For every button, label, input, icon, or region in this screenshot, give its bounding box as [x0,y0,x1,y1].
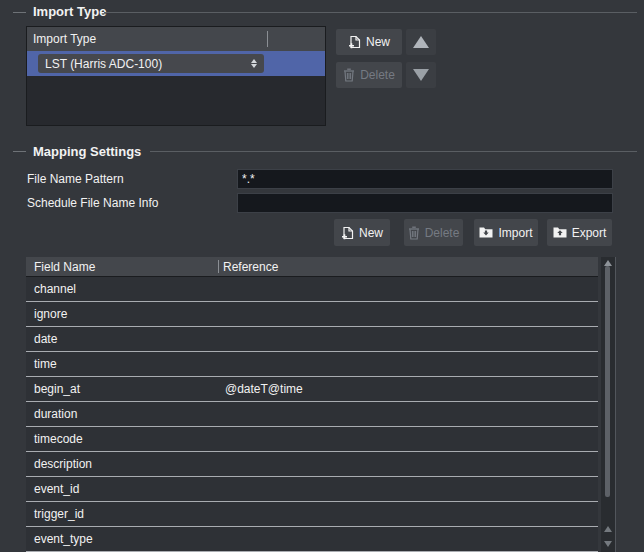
trash-icon [343,68,355,82]
groupbox-line [104,12,637,13]
schedule-file-name-info-input[interactable] [237,193,613,213]
file-name-pattern-label: File Name Pattern [27,169,124,189]
trash-icon [408,226,420,240]
groupbox-dash [13,12,26,13]
move-up-button[interactable] [406,29,436,55]
import-type-delete-button[interactable]: Delete [336,62,402,88]
updown-spinner-icon [251,59,257,68]
scrollbar-up-icon[interactable] [604,526,612,532]
groupbox-line [150,151,637,152]
field-name-cell: date [26,332,57,346]
folder-upload-icon [553,226,567,239]
import-type-selected-row[interactable]: LST (Harris ADC-100) [27,51,325,76]
import-button-label: Import [498,226,532,240]
field-name-cell: ignore [26,307,67,321]
field-table-header[interactable]: Field Name Reference [26,257,598,277]
field-name-cell: timecode [26,432,83,446]
field-name-cell: trigger_id [26,507,84,521]
field-table-row[interactable]: ignore [26,302,598,327]
delete-button-label: Delete [360,68,395,82]
field-name-cell: channel [26,282,76,296]
groupbox-dash [13,151,26,152]
field-table-body: channel ignore date time begin_at @dateT… [26,277,598,552]
field-name-cell: event_type [26,532,93,546]
import-type-column-header[interactable]: Import Type [27,27,325,51]
reference-column-header: Reference [223,260,278,274]
field-table-row[interactable]: trigger_id [26,502,598,527]
field-name-column-header: Field Name [26,260,95,274]
mapping-new-button[interactable]: New [334,219,390,246]
file-name-pattern-input[interactable] [237,169,613,189]
column-divider [267,31,268,47]
mapping-import-button[interactable]: Import [474,219,538,246]
field-name-cell: begin_at [26,382,80,396]
scrollbar-down-icon[interactable] [604,541,612,547]
field-name-cell: event_id [26,482,79,496]
import-type-list: Import Type LST (Harris ADC-100) [26,26,326,126]
mapping-settings-group-title: Mapping Settings [33,144,141,159]
import-type-combobox-value: LST (Harris ADC-100) [45,57,251,71]
import-type-combobox[interactable]: LST (Harris ADC-100) [38,54,264,73]
up-triangle-icon [413,36,429,48]
mapping-delete-button[interactable]: Delete [404,219,463,246]
folder-download-icon [479,226,493,239]
field-table-row[interactable]: begin_at @dateT@time [26,377,598,402]
move-down-button[interactable] [406,62,436,88]
mapping-export-button[interactable]: Export [547,219,612,246]
schedule-file-name-info-label: Schedule File Name Info [27,193,158,213]
field-name-cell: description [26,457,92,471]
new-button-label: New [359,226,383,240]
scrollbar-thumb[interactable] [605,266,610,497]
import-type-group-title: Import Type [33,4,106,19]
field-mapping-table: Field Name Reference channel ignore date… [26,257,598,552]
field-table-row[interactable]: channel [26,277,598,302]
delete-button-label: Delete [425,226,460,240]
field-table-scrollbar[interactable] [601,257,616,552]
down-triangle-icon [413,69,429,81]
reference-cell: @dateT@time [225,382,303,396]
field-table-row[interactable]: event_type [26,527,598,552]
import-type-new-button[interactable]: New [336,29,402,55]
export-button-label: Export [572,226,607,240]
field-table-row[interactable]: date [26,327,598,352]
import-type-column-label: Import Type [27,32,96,46]
new-document-plus-icon [348,35,361,49]
column-divider [218,260,219,273]
field-table-row[interactable]: time [26,352,598,377]
field-table-row[interactable]: timecode [26,427,598,452]
field-table-row[interactable]: duration [26,402,598,427]
field-table-row[interactable]: event_id [26,477,598,502]
new-document-plus-icon [341,226,354,240]
field-name-cell: duration [26,407,77,421]
field-name-cell: time [26,357,57,371]
field-table-row[interactable]: description [26,452,598,477]
new-button-label: New [366,35,390,49]
